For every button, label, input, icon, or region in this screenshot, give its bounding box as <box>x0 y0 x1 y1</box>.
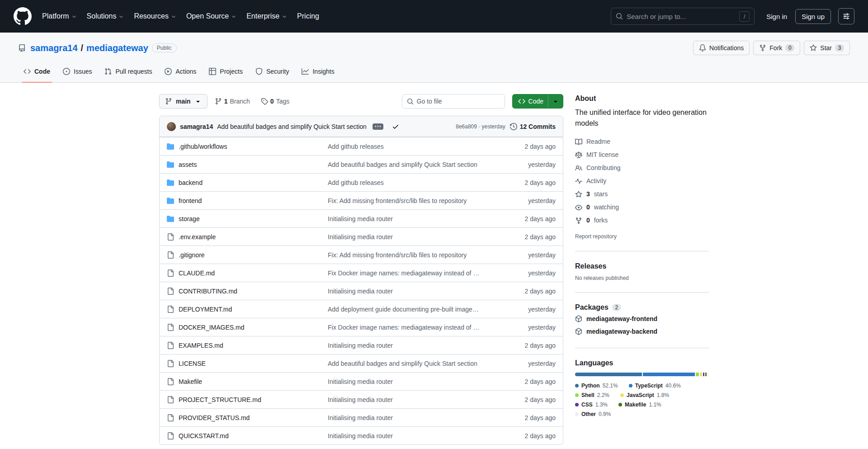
about-link[interactable]: Readme <box>575 135 709 148</box>
fork-icon <box>759 44 766 52</box>
file-name-link[interactable]: CONTRIBUTING.md <box>179 288 237 295</box>
table-row: frontend Fix: Add missing frontend/src/l… <box>160 191 563 209</box>
file-table: .github/workflows Add github releases 2 … <box>160 137 563 444</box>
search-input[interactable]: Search or jump to... / <box>611 8 755 25</box>
search-icon <box>407 98 414 105</box>
row-commit-message-link[interactable]: Initialising media router <box>328 396 481 403</box>
nav-item[interactable]: Open Source <box>181 9 241 24</box>
branch-selector-button[interactable]: main <box>159 94 208 109</box>
file-name-link[interactable]: PROJECT_STRUCTURE.md <box>179 396 261 403</box>
repo-action-button[interactable]: Star 3 <box>804 41 850 55</box>
row-commit-message-link[interactable]: Initialising media router <box>328 378 481 385</box>
row-commit-message-link[interactable]: Add beautiful badges and simplify Quick … <box>328 161 481 168</box>
about-link[interactable]: 0 watching <box>575 201 709 214</box>
code-dropdown-caret[interactable] <box>548 95 563 108</box>
repo-tab[interactable]: Code <box>18 61 56 82</box>
table-row: DOCKER_IMAGES.md Fix Docker image names:… <box>160 318 563 336</box>
row-commit-message-link[interactable]: Add beautiful badges and simplify Quick … <box>328 360 481 367</box>
table-row: .env.example Initialising media router 2… <box>160 227 563 246</box>
row-commit-message-link[interactable]: Add deployment guide documenting pre-bui… <box>328 306 481 313</box>
repo-icon <box>18 44 26 52</box>
language-color-dot <box>575 384 579 388</box>
repo-owner-link[interactable]: samagra14 <box>30 42 78 54</box>
repo-tab[interactable]: Actions <box>159 61 202 82</box>
nav-item[interactable]: Solutions <box>82 9 129 24</box>
row-commit-message-link[interactable]: Fix: Add missing frontend/src/lib files … <box>328 251 481 259</box>
file-name-link[interactable]: QUICKSTART.md <box>179 432 229 440</box>
row-commit-message-link[interactable]: Initialising media router <box>328 342 481 349</box>
about-link[interactable]: MIT license <box>575 148 709 161</box>
file-name-link[interactable]: assets <box>179 161 197 168</box>
repo-tab[interactable]: Insights <box>296 61 340 82</box>
row-updated-time: yesterday <box>488 251 556 259</box>
commit-sha-time[interactable]: 8e6a809 · yesterday <box>456 123 505 130</box>
file-name-link[interactable]: backend <box>179 179 203 186</box>
about-link[interactable]: 3 stars <box>575 188 709 201</box>
nav-item[interactable]: Platform <box>37 9 82 24</box>
repo-tab[interactable]: Security <box>250 61 295 82</box>
file-name-link[interactable]: storage <box>179 215 200 222</box>
repo-action-button[interactable]: Notifications <box>693 41 750 55</box>
branches-link[interactable]: 1 Branch <box>211 98 254 105</box>
repo-name-link[interactable]: mediagateway <box>86 42 148 54</box>
sign-up-button[interactable]: Sign up <box>795 9 831 24</box>
commit-history-link[interactable]: 12 Commits <box>510 123 556 130</box>
nav-item[interactable]: Enterprise <box>241 9 292 24</box>
commit-author-link[interactable]: samagra14 <box>180 123 213 130</box>
language-legend-item[interactable]: Other 0.9% <box>575 411 611 417</box>
github-logo[interactable] <box>14 7 32 25</box>
repo-tab[interactable]: Issues <box>57 61 97 82</box>
row-commit-message-link[interactable]: Initialising media router <box>328 215 481 222</box>
appearance-settings-button[interactable] <box>838 8 854 24</box>
law-icon <box>575 151 582 159</box>
language-legend-item[interactable]: TypeScript 40.6% <box>629 383 681 389</box>
nav-item[interactable]: Pricing <box>292 9 324 24</box>
row-commit-message-link[interactable]: Initialising media router <box>328 432 481 440</box>
language-legend-item[interactable]: JavaScript 1.8% <box>620 392 669 398</box>
language-legend: Python 52.1% TypeScript 40.6% Shell 2.2%… <box>575 383 709 417</box>
tags-link[interactable]: 0 Tags <box>257 98 293 105</box>
language-legend-item[interactable]: Makefile 1.1% <box>618 402 661 408</box>
about-link[interactable]: 0 forks <box>575 214 709 227</box>
row-commit-message-link[interactable]: Initialising media router <box>328 288 481 295</box>
file-name-link[interactable]: PROVIDER_STATUS.md <box>179 414 250 421</box>
commit-message-link[interactable]: Add beautiful badges and simplify Quick … <box>217 123 367 130</box>
repo-description: The unified interface for video generati… <box>575 107 709 129</box>
row-commit-message-link[interactable]: Fix: Add missing frontend/src/lib files … <box>328 197 481 204</box>
language-legend-item[interactable]: CSS 1.3% <box>575 402 608 408</box>
file-name-link[interactable]: DOCKER_IMAGES.md <box>179 324 244 331</box>
row-commit-message-link[interactable]: Initialising media router <box>328 233 481 241</box>
about-link[interactable]: Activity <box>575 175 709 188</box>
row-commit-message-link[interactable]: Add github releases <box>328 179 481 186</box>
language-bar-segment <box>703 373 705 376</box>
row-commit-message-link[interactable]: Fix Docker image names: mediagateway ins… <box>328 269 481 277</box>
go-to-file-input[interactable] <box>417 98 500 105</box>
file-name-link[interactable]: LICENSE <box>179 360 206 367</box>
commit-author-avatar[interactable] <box>167 122 176 131</box>
about-link[interactable]: Contributing <box>575 161 709 175</box>
commit-description-toggle[interactable] <box>373 123 383 130</box>
code-download-button[interactable]: Code <box>512 94 563 109</box>
report-repository-link[interactable]: Report repository <box>575 233 617 240</box>
package-link[interactable]: mediagateway-backend <box>575 326 709 337</box>
row-commit-message-link[interactable]: Add github releases <box>328 143 481 150</box>
repo-tab[interactable]: Pull requests <box>99 61 157 82</box>
file-name-link[interactable]: .env.example <box>179 233 216 241</box>
row-commit-message-link[interactable]: Initialising media router <box>328 414 481 421</box>
file-name-link[interactable]: DEPLOYMENT.md <box>179 306 232 313</box>
file-name-link[interactable]: Makefile <box>179 378 202 385</box>
file-name-link[interactable]: frontend <box>179 197 202 204</box>
repo-action-button[interactable]: Fork 0 <box>753 41 800 55</box>
language-legend-item[interactable]: Python 52.1% <box>575 383 618 389</box>
language-legend-item[interactable]: Shell 2.2% <box>575 392 609 398</box>
nav-item[interactable]: Resources <box>129 9 181 24</box>
file-name-link[interactable]: .github/workflows <box>179 143 227 150</box>
file-name-link[interactable]: CLAUDE.md <box>179 269 215 277</box>
sign-in-link[interactable]: Sign in <box>762 9 792 24</box>
packages-section: Packages 2 mediagateway-frontend mediaga… <box>575 292 709 348</box>
file-name-link[interactable]: EXAMPLES.md <box>179 342 223 349</box>
package-link[interactable]: mediagateway-frontend <box>575 313 709 324</box>
repo-tab[interactable]: Projects <box>203 61 248 82</box>
row-commit-message-link[interactable]: Fix Docker image names: mediagateway ins… <box>328 324 481 331</box>
file-name-link[interactable]: .gitignore <box>179 251 205 259</box>
